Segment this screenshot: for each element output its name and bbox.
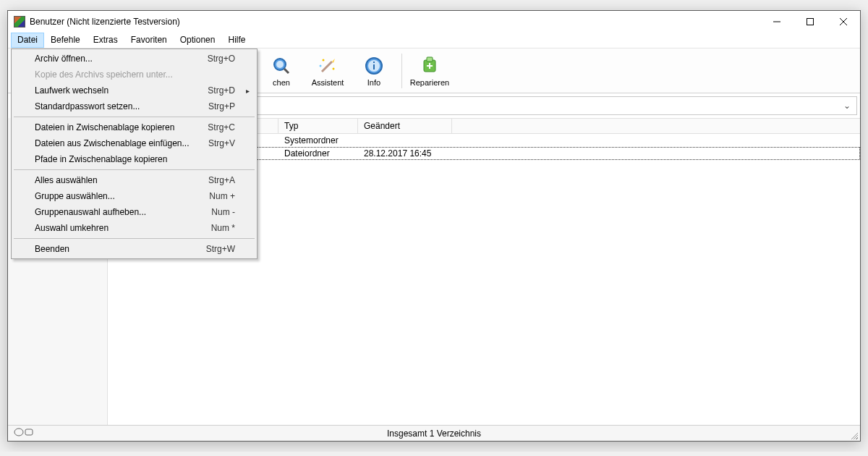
resize-grip-icon[interactable] (849, 431, 858, 439)
menu-separator (14, 169, 255, 170)
menu-item[interactable]: Gruppe auswählen...Num + (13, 188, 255, 204)
cell-type: Dateiordner (278, 148, 358, 159)
close-icon (840, 18, 847, 25)
menu-item[interactable]: Laufwerk wechselnStrg+D (13, 83, 255, 98)
cell-date: 28.12.2017 16:45 (358, 148, 452, 159)
toolbar-label: Reparieren (410, 78, 449, 87)
svg-point-10 (333, 67, 335, 69)
menu-item-accel: Num * (211, 223, 235, 233)
menu-item-accel: Num - (211, 207, 235, 217)
minimize-icon (773, 18, 780, 25)
svg-rect-1 (807, 19, 814, 25)
repair-button[interactable]: Reparieren (409, 51, 450, 91)
wizard-button[interactable]: Assistent (307, 51, 348, 91)
menu-item-accel: Strg+V (208, 138, 235, 148)
svg-point-5 (276, 61, 284, 68)
menu-item-label: Laufwerk wechseln (35, 85, 208, 96)
menu-item[interactable]: Alles auswählenStrg+A (13, 172, 255, 188)
svg-rect-21 (25, 429, 33, 435)
menu-item[interactable]: BeendenStrg+W (13, 241, 255, 257)
menu-separator (14, 117, 255, 117)
menu-item-label: Auswahl umkehren (35, 223, 211, 233)
menu-item[interactable]: Pfade in Zwischenablage kopieren (13, 151, 255, 167)
svg-line-7 (322, 62, 332, 72)
menu-item-label: Alles auswählen (35, 175, 208, 185)
column-type[interactable]: Typ (278, 119, 358, 133)
menu-item-label: Beenden (35, 244, 206, 254)
menu-separator (14, 238, 255, 239)
chevron-down-icon[interactable]: ⌄ (841, 101, 854, 111)
menu-bar: DateiBefehleExtrasFavoritenOptionenHilfe (8, 33, 860, 48)
menu-item-accel: Strg+O (208, 54, 235, 64)
menu-item[interactable]: Dateien aus Zwischenablage einfügen...St… (13, 135, 255, 151)
svg-rect-15 (373, 62, 375, 63)
toolbar-label: Info (367, 78, 380, 87)
menu-item-accel: Num + (209, 191, 235, 201)
status-text: Insgesamt 1 Verzeichnis (387, 428, 481, 439)
disk-icon (14, 428, 34, 439)
menu-item-label: Dateien in Zwischenablage kopieren (35, 122, 208, 132)
app-icon (14, 16, 25, 28)
menu-item-accel: Strg+P (208, 101, 235, 111)
menu-item-label: Kopie des Archivs speichern unter... (35, 69, 235, 80)
menu-befehle[interactable]: Befehle (44, 33, 87, 48)
menu-datei[interactable]: Datei (11, 33, 44, 48)
menu-item: Kopie des Archivs speichern unter... (13, 67, 255, 83)
menu-favoriten[interactable]: Favoriten (124, 33, 174, 48)
menu-item[interactable]: Dateien in Zwischenablage kopierenStrg+C (13, 119, 255, 135)
repair-icon (419, 55, 441, 77)
menu-optionen[interactable]: Optionen (174, 33, 222, 48)
maximize-button[interactable] (793, 11, 827, 33)
info-button[interactable]: Info (354, 51, 394, 91)
svg-line-6 (284, 69, 289, 73)
menu-item[interactable]: Archiv öffnen...Strg+O (13, 51, 255, 67)
status-bar: Insgesamt 1 Verzeichnis (8, 425, 860, 441)
menu-item[interactable]: Auswahl umkehrenNum * (13, 220, 255, 236)
window-title: Benutzer (Nicht lizenzierte Testversion) (30, 17, 180, 27)
menu-item-accel: Strg+D (208, 85, 235, 96)
menu-item-label: Gruppenauswahl aufheben... (35, 207, 211, 217)
menu-item-accel: Strg+A (208, 175, 235, 185)
menu-item-label: Pfade in Zwischenablage kopieren (35, 154, 235, 164)
menu-hilfe[interactable]: Hilfe (221, 33, 252, 48)
svg-rect-14 (373, 64, 375, 69)
menu-item-label: Gruppe auswählen... (35, 191, 209, 201)
svg-point-9 (323, 59, 325, 61)
menu-item-label: Archiv öffnen... (35, 54, 208, 64)
search-button[interactable]: chen (261, 51, 302, 91)
toolbar-separator (401, 54, 402, 88)
menu-extras[interactable]: Extras (87, 33, 124, 48)
toolbar-label: Assistent (312, 78, 344, 87)
menu-item-accel: Strg+W (206, 244, 235, 254)
svg-rect-17 (427, 57, 433, 62)
close-button[interactable] (827, 11, 860, 33)
menu-item-label: Dateien aus Zwischenablage einfügen... (35, 138, 208, 148)
file-menu-dropdown: Archiv öffnen...Strg+OKopie des Archivs … (11, 48, 258, 259)
menu-item-label: Standardpasswort setzen... (35, 101, 208, 111)
maximize-icon (807, 18, 814, 25)
minimize-button[interactable] (760, 11, 793, 33)
menu-item[interactable]: Standardpasswort setzen...Strg+P (13, 98, 255, 114)
app-window: Benutzer (Nicht lizenzierte Testversion)… (7, 10, 861, 442)
info-icon (363, 55, 385, 77)
title-bar: Benutzer (Nicht lizenzierte Testversion) (8, 11, 860, 33)
column-date[interactable]: Geändert (358, 119, 452, 133)
search-icon (271, 55, 292, 77)
menu-item-accel: Strg+C (208, 122, 235, 132)
toolbar-label: chen (273, 78, 290, 87)
cell-type: Systemordner (278, 135, 358, 145)
svg-point-20 (14, 428, 23, 436)
wizard-icon (317, 55, 339, 77)
svg-point-11 (320, 64, 322, 67)
menu-item[interactable]: Gruppenauswahl aufheben...Num - (13, 204, 255, 220)
